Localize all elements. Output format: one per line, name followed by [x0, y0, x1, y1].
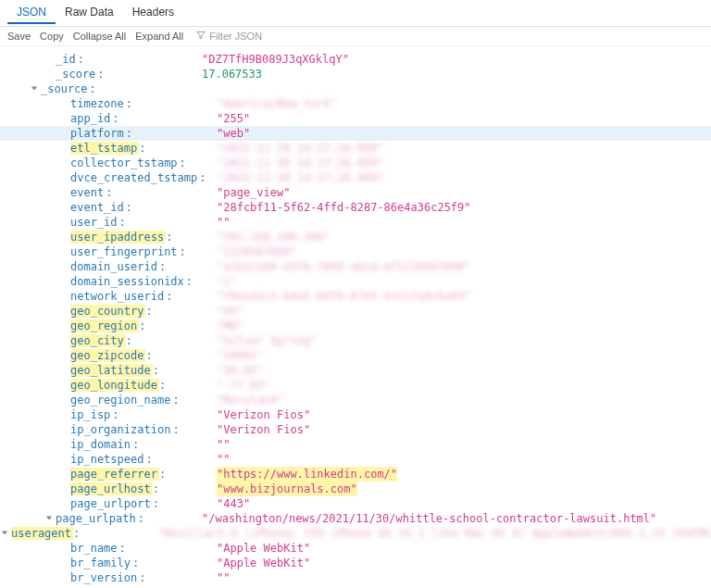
json-row[interactable]: app_id:"255" — [0, 111, 711, 126]
collapse-all-button[interactable]: Collapse All — [73, 31, 126, 42]
json-key: geo_city — [70, 334, 126, 347]
json-row[interactable]: user_fingerprint:"1234567890" — [0, 244, 711, 259]
json-row[interactable]: br_name:"Apple WebKit" — [0, 541, 711, 556]
json-key: event — [70, 186, 106, 199]
json-key: br_family — [70, 557, 132, 569]
collapse-toggle-icon[interactable] — [0, 529, 9, 538]
filter-json[interactable]: Filter JSON — [196, 31, 262, 42]
json-value: "2021-11-30 14:17:26.000" — [217, 156, 384, 170]
json-key: ip_netspeed — [70, 453, 145, 466]
json-row[interactable]: geo_city:"Silver Spring" — [0, 333, 711, 348]
json-row[interactable]: page_urlport:"443" — [0, 496, 711, 511]
json-row[interactable]: user_id:"" — [0, 215, 711, 230]
json-value: "Apple WebKit" — [217, 556, 310, 570]
json-key: user_fingerprint — [70, 245, 180, 258]
json-row[interactable]: geo_country:"US" — [0, 304, 711, 319]
json-key: _id — [56, 53, 78, 66]
json-value: "https://www.linkedin.com/" — [217, 467, 397, 482]
json-key: network_userid — [70, 290, 166, 303]
json-key: etl_tstamp — [70, 142, 139, 155]
json-value: "20901" — [217, 348, 264, 363]
json-key: _score — [56, 68, 97, 81]
expand-all-button[interactable]: Expand All — [135, 31, 183, 42]
json-row[interactable]: useragent:"Mozilla/5.0 (iPhone; CPU iPho… — [0, 526, 711, 541]
json-value: "39.02" — [217, 363, 264, 378]
json-row[interactable]: ip_organization:"Verizon Fios" — [0, 422, 711, 437]
json-row[interactable]: geo_region_name:"Maryland" — [0, 393, 711, 407]
json-value: "MD" — [217, 319, 243, 333]
json-value: "1234567890" — [217, 244, 297, 259]
json-key: geo_region_name — [70, 394, 172, 407]
json-value: "" — [217, 452, 230, 467]
collapse-toggle-icon[interactable] — [30, 84, 39, 94]
json-row[interactable]: geo_longitude:"-77.03" — [0, 378, 711, 393]
json-value: "" — [217, 215, 230, 230]
json-key: platform — [70, 127, 126, 140]
json-row[interactable]: geo_latitude:"39.02" — [0, 363, 711, 378]
json-value: "2021-11-30 14:17:26.000" — [218, 170, 385, 185]
json-value: "Mozilla/5.0 (iPhone; CPU iPhone OS 15_1… — [157, 526, 711, 541]
filter-placeholder: Filter JSON — [209, 31, 262, 42]
json-row[interactable]: domain_userid:"a1b2c3d4-e5f6-7890-abcd-e… — [0, 259, 711, 274]
json-row[interactable]: geo_region:"MD" — [0, 319, 711, 333]
json-key: geo_longitude — [70, 379, 159, 392]
json-row[interactable]: domain_sessionidx:"1" — [0, 274, 711, 289]
json-row[interactable]: event:"page_view" — [0, 185, 711, 200]
json-value: "America/New_York" — [217, 96, 337, 111]
json-row[interactable]: _id:"DZ7TfH9B089J3qXGklqY" — [0, 52, 711, 67]
json-key: _source — [41, 82, 90, 95]
json-row[interactable]: timezone:"America/New_York" — [0, 96, 711, 111]
json-row[interactable]: collector_tstamp:"2021-11-30 14:17:26.00… — [0, 156, 711, 170]
json-row[interactable]: event_id:"28fcbf11-5f62-4ffd-8287-86e4a3… — [0, 200, 711, 215]
json-value: "f0e1d2c3-b4a5-6978-8765-4321fedcba09" — [217, 289, 471, 304]
json-row[interactable]: geo_zipcode:"20901" — [0, 348, 711, 363]
json-value: "/washington/news/2021/11/30/whittle-sch… — [202, 511, 656, 526]
json-value: "" — [217, 570, 230, 585]
collapse-toggle-icon[interactable] — [44, 514, 54, 523]
filter-icon — [196, 31, 206, 42]
json-key: user_id — [70, 216, 119, 229]
json-row[interactable]: br_family:"Apple WebKit" — [0, 556, 711, 570]
copy-button[interactable]: Copy — [40, 31, 64, 42]
json-value: 17.067533 — [202, 67, 262, 81]
json-row[interactable]: etl_tstamp:"2021-11-30 14:17:26.000" — [0, 141, 711, 156]
json-row[interactable]: ip_isp:"Verizon Fios" — [0, 407, 711, 422]
json-key: dvce_created_tstamp — [70, 171, 199, 184]
json-key: ip_organization — [70, 423, 172, 436]
json-key: page_referrer — [70, 468, 159, 481]
json-value: "" — [217, 437, 230, 452]
json-row[interactable]: _source: — [0, 81, 711, 96]
json-row[interactable]: ip_netspeed:"" — [0, 452, 711, 467]
json-key: app_id — [70, 112, 112, 125]
json-key: br_version — [70, 571, 139, 584]
tab-headers[interactable]: Headers — [123, 2, 183, 24]
json-value: "-77.03" — [217, 378, 270, 393]
tab-raw-data[interactable]: Raw Data — [56, 2, 123, 24]
json-row[interactable]: ip_domain:"" — [0, 437, 711, 452]
json-key: page_urlpath — [56, 512, 138, 525]
json-row[interactable]: platform:"web" — [0, 126, 711, 141]
json-row[interactable]: page_urlhost:"www.bizjournals.com" — [0, 482, 711, 496]
json-row[interactable]: page_referrer:"https://www.linkedin.com/… — [0, 467, 711, 482]
json-value: "28fcbf11-5f62-4ffd-8287-86e4a36c25f9" — [217, 200, 471, 215]
tab-json[interactable]: JSON — [7, 2, 56, 24]
json-row[interactable]: user_ipaddress:"192.168.100.200" — [0, 230, 711, 244]
json-key: ip_domain — [70, 438, 132, 451]
json-value: "Maryland" — [217, 393, 283, 407]
json-key: page_urlport — [70, 497, 153, 510]
json-tree: _id:"DZ7TfH9B089J3qXGklqY"_score:17.0675… — [0, 46, 711, 588]
json-value: "1" — [217, 274, 237, 289]
json-value: "a1b2c3d4-e5f6-7890-abcd-ef1234567890" — [217, 259, 471, 274]
save-button[interactable]: Save — [7, 31, 31, 42]
json-row[interactable]: _score:17.067533 — [0, 67, 711, 81]
json-row[interactable]: dvce_created_tstamp:"2021-11-30 14:17:26… — [0, 170, 711, 185]
json-value: "page_view" — [217, 185, 290, 200]
json-key: event_id — [70, 201, 126, 214]
json-row[interactable]: page_urlpath:"/washington/news/2021/11/3… — [0, 511, 711, 526]
json-row[interactable]: br_version:"" — [0, 570, 711, 585]
json-value: "DZ7TfH9B089J3qXGklqY" — [202, 52, 349, 67]
json-key: domain_userid — [70, 260, 159, 273]
json-key: domain_sessionidx — [70, 275, 186, 288]
json-row[interactable]: network_userid:"f0e1d2c3-b4a5-6978-8765-… — [0, 289, 711, 304]
tab-bar: JSON Raw Data Headers — [0, 0, 711, 27]
